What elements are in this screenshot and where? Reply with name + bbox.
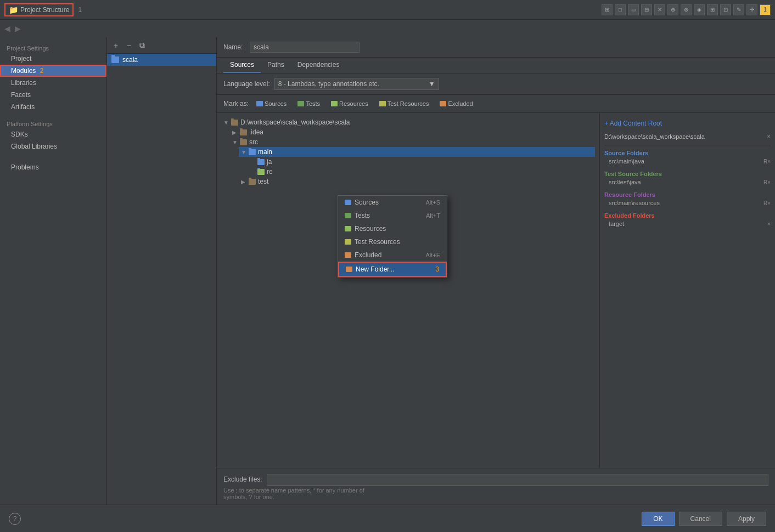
modules-number: 2: [40, 67, 44, 75]
ctx-item-resources[interactable]: Resources: [338, 222, 447, 235]
module-toolbar: + − ⧉: [107, 37, 216, 54]
tree-toggle-root[interactable]: ▼: [223, 120, 229, 126]
src-folder-icon: [240, 139, 247, 145]
resource-folders-title: Resource Folders: [604, 189, 771, 199]
add-content-root-button[interactable]: + Add Content Root: [604, 117, 771, 129]
right-panel: + Add Content Root D:\workspace\scala_wo…: [599, 113, 775, 468]
toolbar-icon-10[interactable]: ⊡: [720, 4, 731, 15]
tab-dependencies[interactable]: Dependencies: [291, 58, 346, 73]
tree-toggle-test[interactable]: ▶: [241, 179, 246, 185]
toolbar-icon-7[interactable]: ⊗: [681, 4, 692, 15]
toolbar-icon-5[interactable]: ✕: [654, 4, 665, 15]
exclude-files-label: Exclude files:: [223, 476, 262, 483]
context-menu: Sources Alt+S Tests Alt+T: [338, 195, 447, 278]
exclude-files-hint: Use ; to separate name patterns, * for a…: [223, 487, 768, 500]
toolbar-icon-12[interactable]: ✛: [746, 4, 757, 15]
ctx-new-folder-icon: [346, 267, 352, 272]
ctx-sources-shortcut: Alt+S: [425, 199, 440, 206]
tree-node-src[interactable]: ▼ src: [230, 137, 595, 147]
tree-root-node[interactable]: ▼ D:\workspace\scala_workspace\scala: [221, 117, 595, 127]
libraries-label: Libraries: [11, 79, 36, 87]
ctx-left-resources: Resources: [345, 225, 386, 233]
toolbar-icon-1[interactable]: ⊞: [602, 4, 613, 15]
toolbar-icon-3[interactable]: ▭: [628, 4, 639, 15]
mark-tests-button[interactable]: Tests: [294, 99, 323, 108]
sidebar-item-modules[interactable]: Modules 2: [0, 65, 106, 77]
tree-toggle-idea[interactable]: ▶: [232, 129, 238, 135]
idea-label: .idea: [249, 128, 263, 136]
toolbar-icon-4[interactable]: ⊟: [641, 4, 652, 15]
sidebar-item-artifacts[interactable]: Artifacts: [0, 101, 106, 113]
excluded-folder-path-0: target: [609, 220, 624, 227]
exclude-files-input[interactable]: [267, 474, 768, 486]
tab-sources[interactable]: Sources: [223, 58, 261, 73]
ctx-item-new-folder[interactable]: New Folder... 3: [338, 262, 447, 277]
mark-test-resources-button[interactable]: Test Resources: [376, 99, 433, 108]
copy-module-button[interactable]: ⧉: [137, 40, 148, 51]
source-folder-rename-icon[interactable]: R×: [763, 159, 771, 165]
main-container: Project Settings Project Modules 2 Libra…: [0, 37, 775, 505]
excluded-folder-close-icon[interactable]: ×: [767, 221, 771, 227]
root-folder-icon: [231, 120, 238, 126]
mark-excluded-button[interactable]: Excluded: [436, 99, 476, 108]
tree-node-test[interactable]: ▶ test: [239, 177, 595, 186]
help-button[interactable]: ?: [9, 513, 21, 525]
module-entry-scala[interactable]: scala: [107, 54, 216, 66]
mark-as-label: Mark as:: [223, 100, 249, 107]
apply-button[interactable]: Apply: [727, 512, 766, 526]
language-level-select[interactable]: 8 - Lambdas, type annotations etc. ▼: [274, 78, 439, 90]
idea-folder-icon: [240, 129, 247, 135]
close-content-root-button[interactable]: ×: [767, 133, 771, 140]
sidebar-item-facets[interactable]: Facets: [0, 89, 106, 101]
res-label: re: [267, 168, 273, 176]
ctx-item-test-resources[interactable]: Test Resources: [338, 235, 447, 248]
toolbar-icon-11[interactable]: ✎: [733, 4, 744, 15]
tree-area: ▼ D:\workspace\scala_workspace\scala ▶ .…: [217, 113, 599, 468]
tree-children-root: ▶ .idea ▼ src ▼: [221, 127, 595, 186]
toolbar-icon-6[interactable]: ⊕: [667, 4, 678, 15]
tree-toggle-src[interactable]: ▼: [232, 139, 238, 145]
sidebar-item-sdks[interactable]: SDKs: [0, 128, 106, 140]
forward-button[interactable]: ▶: [15, 24, 21, 33]
tree-node-main[interactable]: ▼ main: [239, 147, 595, 157]
tab-paths[interactable]: Paths: [261, 58, 291, 73]
toolbar-icon-8[interactable]: ◈: [694, 4, 705, 15]
global-libraries-label: Global Libraries: [11, 143, 57, 150]
sidebar-item-project[interactable]: Project: [0, 53, 106, 65]
cancel-button[interactable]: Cancel: [679, 512, 722, 526]
ctx-item-sources[interactable]: Sources Alt+S: [338, 196, 447, 209]
sidebar-item-global-libraries[interactable]: Global Libraries: [0, 140, 106, 152]
facets-label: Facets: [11, 91, 31, 99]
excluded-folders-title: Excluded Folders: [604, 210, 771, 220]
tree-node-res[interactable]: ▶ re: [248, 167, 595, 177]
sidebar-item-libraries[interactable]: Libraries: [0, 77, 106, 89]
back-button[interactable]: ◀: [4, 24, 10, 33]
title-bar-right: ⊞ □ ▭ ⊟ ✕ ⊕ ⊗ ◈ ⊞ ⊡ ✎ ✛ 1: [602, 4, 771, 15]
ctx-item-excluded[interactable]: Excluded Alt+E: [338, 248, 447, 262]
tree-children-src: ▼ main ▶ ja ▶: [230, 147, 595, 186]
resources-badge-label: Resources: [339, 100, 368, 107]
content-root-path-row: D:\workspace\scala_workspace\scala ×: [604, 132, 771, 143]
mark-resources-button[interactable]: Resources: [328, 99, 372, 108]
toolbar-icon-2[interactable]: □: [615, 4, 626, 15]
mark-sources-button[interactable]: Sources: [253, 99, 290, 108]
tree-node-idea[interactable]: ▶ .idea: [230, 127, 595, 137]
ctx-item-tests[interactable]: Tests Alt+T: [338, 209, 447, 222]
resource-folder-rename-icon[interactable]: R×: [763, 200, 771, 206]
ok-button[interactable]: OK: [642, 512, 674, 526]
test-source-folder-actions-0: R×: [763, 179, 771, 185]
module-name-input[interactable]: [250, 42, 360, 53]
remove-module-button[interactable]: −: [123, 40, 134, 51]
resources-folder-icon: [331, 101, 338, 106]
toolbar-icon-13[interactable]: 1: [760, 4, 771, 15]
test-source-folder-rename-icon[interactable]: R×: [763, 179, 771, 185]
artifacts-label: Artifacts: [11, 103, 35, 111]
tree-node-java[interactable]: ▶ ja: [248, 157, 595, 167]
language-level-row: Language level: 8 - Lambdas, type annota…: [217, 73, 775, 95]
test-source-folder-path-0: src\test\java: [609, 179, 641, 185]
tree-toggle-main[interactable]: ▼: [241, 149, 246, 155]
add-module-button[interactable]: +: [110, 40, 121, 51]
toolbar-icon-9[interactable]: ⊞: [707, 4, 718, 15]
sidebar-item-problems[interactable]: Problems: [0, 161, 106, 173]
ctx-test-resources-icon: [345, 239, 351, 245]
